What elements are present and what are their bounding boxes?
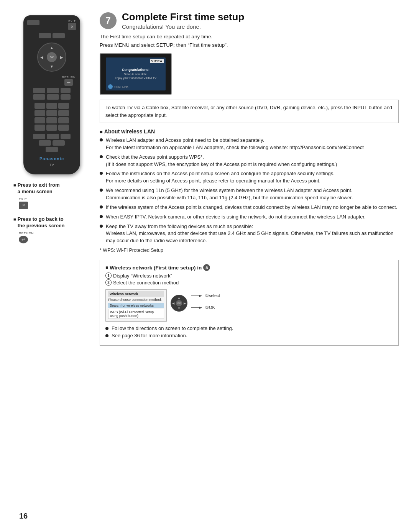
step-header: 7 Complete First time setup Congratulati… [100, 11, 399, 30]
lan-b4-main: We recommend using 11n (5 GHz) for the w… [106, 187, 353, 193]
label-ok: ②OK [191, 305, 220, 310]
remote-numpad [34, 103, 69, 131]
remote-btn-r1-1 [39, 33, 51, 38]
num-btn-7[interactable] [34, 117, 45, 123]
svg-marker-3 [199, 307, 202, 309]
num-btn-8[interactable] [46, 117, 57, 123]
remote-btn-b2-1 [39, 140, 51, 146]
dpad-mini-down: ▼ [177, 307, 181, 310]
right-column: 7 Complete First time setup Congratulati… [92, 11, 399, 517]
dpad-mini[interactable]: ▲ ▼ ◀ ▶ OK [171, 295, 187, 312]
press-back-text: Press to go back to the previous screen [18, 216, 65, 229]
remote-btn-m2-1 [33, 94, 45, 100]
exit-mini-area: EXIT ✕ [19, 197, 92, 209]
return-button[interactable]: ↩ [64, 79, 73, 86]
lan-b7-sub: Wireless LAN, microwaves, and other devi… [106, 230, 393, 243]
remote-brand: Panasonic [39, 156, 64, 161]
ws-option-1[interactable]: Search for wireless networks [108, 303, 164, 308]
info-box-text: To watch TV via a Cable box, Satellite r… [105, 105, 392, 118]
bullet-dot-7 [100, 225, 103, 228]
remote-btn-b2-2 [53, 140, 65, 146]
about-lan-heading: ■ About wireless LAN [100, 128, 399, 135]
num-btn-1[interactable] [34, 103, 45, 109]
return-mini-label: RETURN [19, 232, 34, 235]
dpad-mini-right: ▶ [184, 302, 186, 305]
num-btn-4[interactable] [34, 110, 45, 116]
exit-label: EXIT [68, 20, 76, 23]
wireless-step-2: 2 Select the connection method [105, 279, 393, 286]
num-btn-2[interactable] [46, 103, 57, 109]
lan-b6-main: When EASY IPTV, Network camera, or other… [106, 213, 366, 221]
step-subtitle: Congratulations! You are done. [122, 23, 244, 30]
remote-btn-r1-2 [53, 33, 65, 38]
num-btn-6[interactable] [58, 110, 69, 116]
tv-text-setup-complete: Setup is complete. [124, 72, 148, 76]
lan-bullet-5: If the wireless system of the Access poi… [100, 204, 399, 211]
ws-option-2[interactable]: WPS (Wi-Fi Protected Setup using push bu… [108, 309, 164, 319]
press-back-line1: Press to go back to [18, 216, 64, 222]
bullet-dot-5 [100, 205, 103, 209]
remote-btn-b3-1 [46, 147, 58, 152]
dpad-mini-up: ▲ [177, 296, 181, 300]
num-btn-3[interactable] [58, 103, 69, 109]
press-exit-line1: Press to exit from [18, 182, 60, 188]
dpad[interactable]: ▲ ▼ ◀ ▶ OK [36, 42, 67, 72]
bullet-dot-3 [100, 172, 103, 175]
dpad-ok-button[interactable]: OK [47, 52, 57, 62]
wireless-dot-2 [105, 334, 108, 337]
lan-b7-main: Keep the TV away from the following devi… [106, 223, 253, 229]
lan-b1-main: Wireless LAN adapter and Access point ne… [106, 137, 264, 143]
wireless-dot-1 [105, 327, 108, 330]
wireless-step-circle: 5 [203, 264, 210, 271]
remote-btn-m1-1 [33, 88, 45, 93]
tv-icon-text: FIRST LINK [114, 85, 128, 88]
dpad-up-arrow: ▲ [50, 46, 54, 50]
about-lan-bullets: Wireless LAN adapter and Access point ne… [100, 137, 399, 245]
info-box: To watch TV via a Cable box, Satellite r… [100, 100, 399, 123]
dpad-mini-ok[interactable]: OK [176, 300, 182, 306]
lan-bullet-4: We recommend using 11n (5 GHz) for the w… [100, 187, 399, 202]
remote-btn-m1-2 [47, 88, 59, 93]
wireless-diagram: Wireless network Please choose connectio… [105, 289, 393, 322]
wireless-follow-1: Follow the directions on screen to compl… [105, 325, 393, 331]
remote-top-row: EXIT ✕ [27, 20, 76, 30]
lan-b5-main: If the wireless system of the Access poi… [106, 204, 397, 211]
diagram-labels: ①select ②OK [191, 289, 220, 310]
num-btn-0a [34, 125, 45, 131]
exit-button[interactable]: ✕ [68, 23, 76, 30]
exit-mini-btn[interactable]: ✕ [19, 202, 28, 209]
num-btn-0[interactable] [46, 125, 57, 131]
about-lan-section: ■ About wireless LAN Wireless LAN adapte… [100, 128, 399, 257]
lan-b4-sub: Communication is also possible with 11a,… [106, 195, 353, 200]
lan-bullet-3: Follow the instructions on the Access po… [100, 170, 399, 185]
wireless-step-2-num: 2 [105, 279, 112, 286]
exit-mini-label: EXIT [19, 197, 27, 201]
dpad-mini-left: ◀ [172, 302, 174, 305]
svg-marker-1 [199, 295, 202, 297]
remote-rows-mid [27, 88, 76, 100]
bullet-dot-1 [100, 138, 103, 141]
label-select: ①select [191, 293, 220, 298]
lan-bullet-2-text: Check that the Access point supports WPS… [106, 154, 337, 168]
num-btn-0b [58, 125, 69, 131]
dpad-left-arrow: ◀ [40, 55, 43, 59]
num-btn-9[interactable] [58, 117, 69, 123]
about-lan-heading-text: About wireless LAN [104, 128, 155, 135]
ws-label: Please choose connection method: [108, 298, 164, 302]
step-title-block: Complete First time setup Congratulation… [122, 11, 244, 30]
return-mini-area: RETURN ↩ [19, 232, 92, 243]
wireless-heading-text: Wireless network (First time setup) in [110, 265, 202, 271]
num-btn-5[interactable] [46, 110, 57, 116]
repeat-text-2: Press MENU and select SETUP; then “First… [100, 41, 399, 49]
return-mini-btn[interactable]: ↩ [19, 236, 28, 243]
dpad-down-arrow: ▼ [50, 64, 54, 69]
ws-title-bar: Wireless network [108, 291, 164, 297]
tv-screen-inner: VIERA Congratulations! Setup is complete… [106, 57, 166, 90]
press-exit-text: Press to exit from a menu screen [18, 182, 60, 195]
left-column: EXIT ✕ ▲ ▼ ◀ ▶ OK RETURN ↩ [12, 11, 92, 517]
label-ok-text: ②OK [205, 305, 215, 310]
wireless-box-heading: ■ Wireless network (First time setup) in… [105, 264, 393, 271]
wireless-follow-2: See page 36 for more information. [105, 333, 393, 338]
lan-bullet-7: Keep the TV away from the following devi… [100, 223, 399, 245]
lan-bullet-2: Check that the Access point supports WPS… [100, 154, 399, 168]
